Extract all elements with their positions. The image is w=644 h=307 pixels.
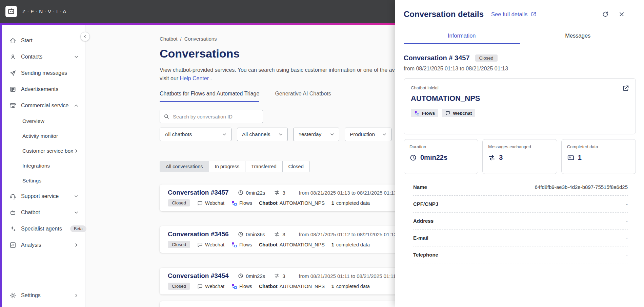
sidebar-item-label: Sending messages: [21, 70, 67, 76]
brand-name: Z·E·N·V·I·A: [22, 8, 68, 14]
chevron-right-icon: [74, 242, 79, 248]
sidebar-item-specialist-agents[interactable]: Specialist agents Beta: [2, 221, 85, 237]
chatbot-summary-card: Chatbot inicial AUTOMATION_NPS Flows Web…: [404, 78, 636, 134]
robot-icon: [9, 209, 16, 216]
date-filter-select[interactable]: Yesterday: [293, 128, 339, 141]
sidebar-subitem-label: Settings: [22, 178, 41, 184]
close-icon: [618, 11, 625, 18]
chatbot-name-label: Chatbot AUTOMATION_NPS: [259, 284, 325, 289]
drawer-date-range: from 08/21/2025 01:13 to 08/21/2025 01:1…: [404, 66, 636, 72]
field-row-address: Address -: [413, 213, 628, 229]
status-filter-in-progress[interactable]: In progress: [209, 161, 246, 172]
exchange-icon: [274, 190, 280, 196]
clock-icon: [409, 154, 417, 161]
sidebar-item-settings[interactable]: Settings: [2, 287, 85, 304]
channel-label: Webchat: [197, 242, 224, 248]
chat-bubble-icon: [197, 200, 203, 206]
sidebar-item-analysis[interactable]: Analysis: [2, 237, 85, 253]
customer-fields: Name 64fd8fb9-ae3b-4d2e-b897-75515f8a6d2…: [404, 179, 636, 263]
sidebar-item-advertisements[interactable]: Advertisements: [2, 81, 85, 97]
sidebar-subitem-label: Customer service box: [22, 148, 73, 154]
beta-badge: Beta: [70, 225, 86, 232]
stat-value: 0min22s: [420, 154, 447, 161]
tab-flows-automated-triage[interactable]: Chatbots for Flows and Automated Triage: [160, 91, 259, 102]
refresh-button[interactable]: [602, 11, 609, 18]
sidebar-subitem-integrations[interactable]: Integrations: [2, 158, 85, 173]
flows-icon: [231, 242, 237, 248]
chevron-down-icon: [74, 54, 79, 60]
sidebar-subitem-customer-service-box[interactable]: Customer service box: [2, 144, 85, 158]
sidebar-subitem-label: Integrations: [22, 163, 50, 169]
breadcrumb-chatbot[interactable]: Chatbot: [160, 36, 178, 42]
field-row-name: Name 64fd8fb9-ae3b-4d2e-b897-75515f8a6d2…: [413, 179, 628, 196]
duration-value: 0min22s: [246, 190, 265, 196]
status-filter-transferred[interactable]: Transferred: [245, 161, 282, 172]
sidebar-subitem-label: Activity monitor: [22, 133, 58, 139]
sidebar-item-support-service[interactable]: Support service: [2, 188, 85, 204]
completed-data-label: 1 completed data: [331, 284, 370, 289]
sidebar-collapse-button[interactable]: [80, 32, 90, 41]
status-filter-all[interactable]: All conversations: [160, 161, 209, 172]
chatbot-name-label: Chatbot AUTOMATION_NPS: [259, 242, 325, 247]
chatbots-filter-select[interactable]: All chatbots: [160, 128, 232, 141]
tab-generative-ai[interactable]: Generative AI Chatbots: [275, 91, 331, 102]
sidebar-item-sending-messages[interactable]: Sending messages: [2, 65, 85, 81]
field-value: 64fd8fb9-ae3b-4d2e-b897-75515f8a6d25: [535, 184, 628, 190]
close-button[interactable]: [618, 11, 625, 18]
status-badge: Closed: [168, 241, 190, 248]
select-value: Yesterday: [298, 131, 321, 137]
stat-value: 1: [578, 154, 582, 161]
flows-icon: [231, 200, 237, 206]
chevron-up-icon: [74, 103, 79, 108]
exchange-icon: [488, 154, 496, 161]
tab-information[interactable]: Information: [404, 32, 520, 44]
home-icon: [9, 37, 16, 44]
see-full-details-link[interactable]: See full details: [491, 11, 537, 18]
messages-value: 3: [282, 232, 285, 237]
flow-label: Flows: [231, 283, 252, 289]
select-value: All channels: [242, 131, 270, 137]
sidebar-item-contacts[interactable]: Contacts: [2, 49, 85, 65]
description-period: .: [210, 75, 212, 81]
sidebar-item-chatbot[interactable]: Chatbot: [2, 204, 85, 221]
messages-meta: 3: [274, 273, 285, 279]
status-filter-group: All conversations In progress Transferre…: [160, 161, 310, 172]
sidebar-item-label: Settings: [21, 292, 41, 299]
open-chatbot-button[interactable]: [622, 85, 629, 92]
conversation-title: Conversation #3454: [168, 272, 229, 280]
description-line1: View chatbot-provided services. You can …: [160, 67, 426, 73]
environment-filter-select[interactable]: Production: [345, 128, 391, 141]
field-value: -: [626, 252, 628, 258]
duration-meta: 0min22s: [238, 190, 265, 196]
status-filter-closed[interactable]: Closed: [283, 161, 309, 172]
duration-value: 0min36s: [246, 232, 265, 237]
sidebar-item-commercial-service[interactable]: Commercial service: [2, 97, 85, 114]
select-value: All chatbots: [165, 131, 192, 137]
tab-messages[interactable]: Messages: [520, 32, 636, 44]
newspaper-icon: [9, 86, 16, 93]
channels-filter-select[interactable]: All channels: [237, 128, 288, 141]
zenvia-logo-icon: [5, 6, 17, 17]
help-center-link[interactable]: Help Center: [180, 75, 209, 81]
sidebar-subitem-settings[interactable]: Settings: [2, 173, 85, 188]
sidebar-subitem-overview[interactable]: Overview: [2, 114, 85, 129]
chevron-down-icon: [74, 194, 79, 199]
refresh-icon: [602, 11, 609, 18]
stat-messages-exchanged: Messages exchanged 3: [482, 139, 557, 174]
drawer-title: Conversation details: [404, 9, 484, 19]
conversation-title: Conversation #3456: [168, 231, 229, 238]
drawer-conversation-title: Conversation # 3457: [404, 54, 470, 62]
external-link-icon: [530, 11, 537, 17]
headset-icon: [9, 193, 16, 200]
sidebar-item-label: Specialist agents: [21, 226, 62, 232]
completed-data-label: 1 completed data: [331, 200, 370, 206]
drawer-tabs: Information Messages: [404, 32, 636, 44]
sidebar-subitem-activity-monitor[interactable]: Activity monitor: [2, 129, 85, 144]
search-input[interactable]: [160, 110, 263, 123]
sidebar-item-start[interactable]: Start: [2, 32, 85, 49]
date-range: from 08/21/2025 01:12 to 08/21/2025 01:1…: [299, 232, 397, 237]
sidebar-item-label: Analysis: [21, 242, 41, 248]
sidebar-item-label: Chatbot: [21, 210, 40, 216]
field-value: -: [626, 218, 628, 224]
chat-bubble-icon: [197, 283, 203, 289]
